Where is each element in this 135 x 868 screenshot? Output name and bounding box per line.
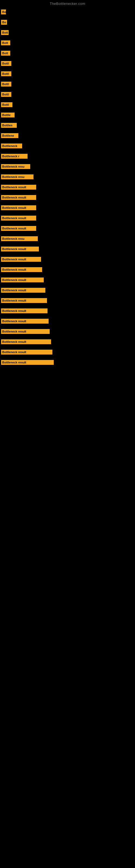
list-item: Bottl — [0, 99, 135, 110]
site-title: TheBottlenecker.com — [0, 0, 135, 7]
bottleneck-label: Bottleneck result — [1, 329, 50, 334]
bottleneck-label: Bottleneck result — [1, 298, 47, 303]
list-item: Bottl — [0, 79, 135, 89]
list-item: Bottleneck result — [0, 213, 135, 223]
bottleneck-label: Bottleneck result — [1, 195, 36, 200]
bottleneck-label: Bottleneck resu — [1, 164, 30, 169]
list-item: Bottleneck — [0, 141, 135, 151]
list-item: Bottleneck resu — [0, 172, 135, 182]
bottleneck-label: Bottleneck result — [1, 319, 49, 323]
list-item: Bottleneck result — [0, 326, 135, 337]
bottleneck-label: Bottl — [1, 82, 11, 87]
bottleneck-label: Bottl — [1, 102, 12, 107]
items-list: BoBoBottBottBottBottlBottlBottlBottlBott… — [0, 7, 135, 368]
bottleneck-label: Bottl — [1, 71, 11, 76]
list-item: Bottleneck result — [0, 337, 135, 347]
list-item: Bottleneck result — [0, 265, 135, 275]
bottleneck-label: Bottleneck result — [1, 267, 42, 272]
list-item: Bottleneck result — [0, 203, 135, 213]
bottleneck-label: Bottleneck result — [1, 247, 39, 251]
list-item: Bottleneck resu — [0, 234, 135, 244]
list-item: Bottl — [0, 69, 135, 79]
bottleneck-label: Bottleneck result — [1, 288, 45, 293]
bottleneck-label: Bottleneck result — [1, 185, 36, 190]
list-item: Bottl — [0, 89, 135, 99]
bottleneck-label: Bottleneck result — [1, 360, 54, 365]
list-item: Bottl — [0, 58, 135, 69]
bottleneck-label: Bottleneck result — [1, 216, 36, 220]
list-item: Bottleneck result — [0, 244, 135, 254]
bottleneck-label: Bottleneck result — [1, 278, 44, 282]
list-item: Bottleneck result — [0, 357, 135, 368]
bottleneck-label: Bott — [1, 30, 9, 35]
list-item: Bott — [0, 48, 135, 58]
list-item: Bottleneck result — [0, 306, 135, 316]
list-item: Bo — [0, 17, 135, 27]
list-item: Bottleneck result — [0, 275, 135, 285]
bottleneck-label: Bottleneck result — [1, 308, 48, 313]
bottleneck-label: Bottlen — [1, 123, 17, 128]
bottleneck-label: Bottl — [1, 92, 11, 97]
list-item: Bott — [0, 27, 135, 38]
bottleneck-label: Bottleneck — [1, 144, 22, 148]
list-item: Bottleneck r — [0, 151, 135, 161]
list-item: Bottleneck result — [0, 192, 135, 203]
bottleneck-label: Bottleneck result — [1, 350, 52, 354]
list-item: Bottleneck result — [0, 316, 135, 326]
list-item: Bottleneck result — [0, 254, 135, 265]
list-item: Bottleneck result — [0, 296, 135, 306]
list-item: Bottleneck result — [0, 347, 135, 357]
bottleneck-label: Bottleneck resu — [1, 236, 38, 241]
list-item: Bottleneck result — [0, 285, 135, 296]
bottleneck-label: Bo — [1, 9, 6, 14]
bottleneck-label: Bottleneck r — [1, 154, 28, 159]
bottleneck-label: Bott — [1, 51, 10, 56]
bottleneck-label: Bottlene — [1, 133, 18, 138]
bottleneck-label: Bottleneck result — [1, 339, 51, 344]
list-item: Bott — [0, 38, 135, 48]
bottleneck-label: Bottle — [1, 113, 14, 118]
list-item: Bottle — [0, 110, 135, 120]
bottleneck-label: Bo — [1, 20, 7, 25]
bottleneck-label: Bottleneck result — [1, 257, 41, 262]
bottleneck-label: Bott — [1, 40, 10, 45]
bottleneck-label: Bottleneck resu — [1, 175, 34, 179]
list-item: Bottleneck result — [0, 182, 135, 192]
bottleneck-label: Bottleneck result — [1, 205, 36, 210]
list-item: Bottlene — [0, 130, 135, 141]
list-item: Bottleneck resu — [0, 161, 135, 172]
list-item: Bo — [0, 7, 135, 17]
list-item: Bottlen — [0, 120, 135, 130]
list-item: Bottleneck result — [0, 223, 135, 234]
bottleneck-label: Bottl — [1, 61, 11, 66]
bottleneck-label: Bottleneck result — [1, 226, 36, 231]
